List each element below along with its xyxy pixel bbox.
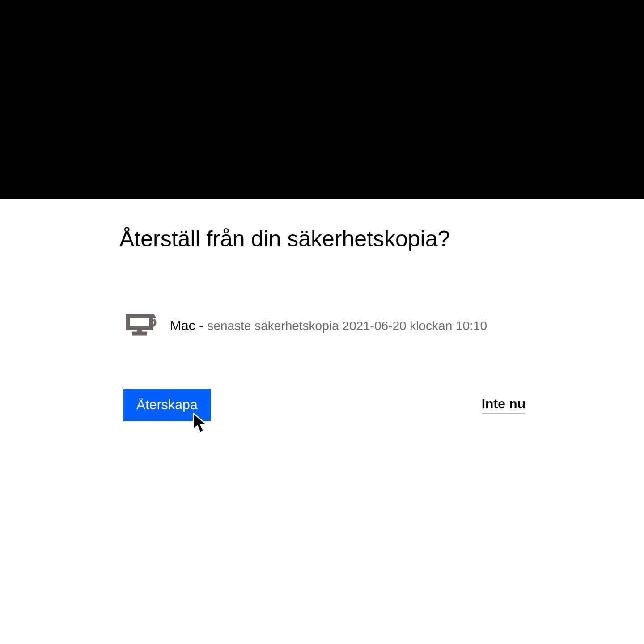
backup-separator: - — [195, 318, 208, 333]
backup-timestamp: senaste säkerhetskopia 2021-06-20 klocka… — [207, 319, 487, 333]
backup-row: Mac - senaste säkerhetskopia 2021-06-20 … — [125, 313, 487, 338]
not-now-link[interactable]: Inte nu — [482, 396, 525, 414]
monitor-upload-icon — [125, 313, 157, 338]
dialog-title: Återställ från din säkerhetskopia? — [119, 226, 450, 252]
restore-button[interactable]: Återskapa — [123, 389, 211, 421]
backup-text: Mac - senaste säkerhetskopia 2021-06-20 … — [170, 318, 487, 333]
dialog-actions: Återskapa Inte nu — [123, 389, 525, 421]
backup-device-name: Mac — [170, 318, 195, 333]
top-black-region — [0, 0, 644, 199]
